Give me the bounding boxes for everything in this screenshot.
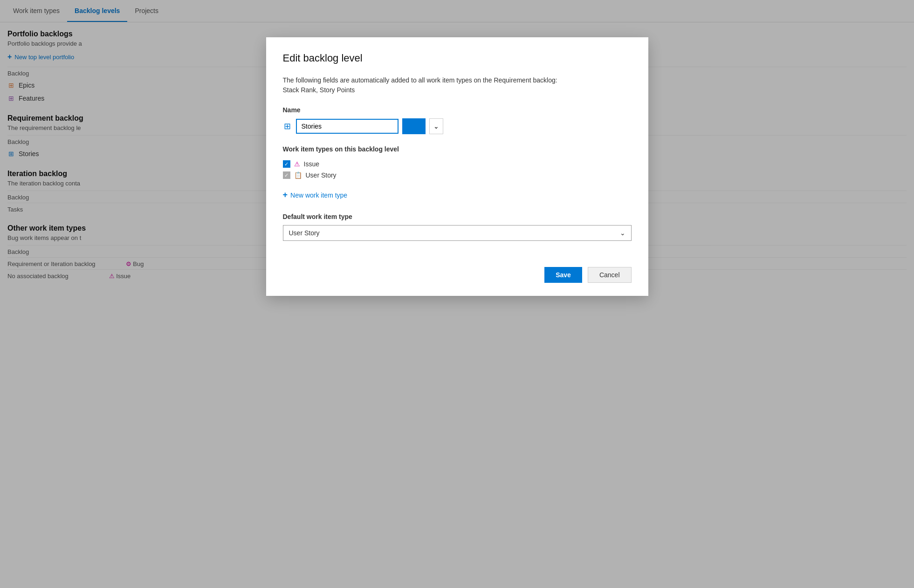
default-wit-dropdown[interactable]: User Story ⌄ — [283, 225, 632, 241]
issue-checkbox[interactable]: ✓ — [283, 160, 290, 168]
cancel-button[interactable]: Cancel — [588, 267, 632, 283]
issue-wit-icon: ⚠ — [294, 160, 300, 168]
save-button[interactable]: Save — [544, 267, 582, 283]
add-wit-link[interactable]: + New work item type — [283, 188, 632, 202]
default-wit-section: Default work item type User Story ⌄ — [283, 213, 632, 241]
name-label: Name — [283, 106, 632, 114]
color-picker-button[interactable] — [402, 118, 426, 134]
modal-title: Edit backlog level — [283, 52, 632, 64]
color-dropdown-button[interactable]: ⌄ — [429, 118, 443, 134]
add-wit-plus-icon: + — [283, 190, 288, 200]
modal-footer: Save Cancel — [283, 260, 632, 283]
wit-issue-item[interactable]: ✓ ⚠ Issue — [283, 158, 632, 170]
default-wit-label: Default work item type — [283, 213, 632, 220]
userstory-wit-label: User Story — [306, 171, 337, 179]
userstory-checkbox[interactable]: ✓ — [283, 171, 290, 179]
default-wit-value: User Story — [289, 229, 320, 237]
default-wit-chevron-icon: ⌄ — [620, 229, 625, 237]
backlog-level-icon: ⊞ — [283, 122, 292, 131]
userstory-wit-icon: 📋 — [294, 171, 302, 179]
wit-list: ✓ ⚠ Issue ✓ 📋 User Story — [283, 158, 632, 181]
issue-wit-label: Issue — [304, 160, 319, 168]
name-row: ⊞ ⌄ — [283, 118, 632, 134]
modal-overlay: Edit backlog level The following fields … — [0, 0, 914, 298]
edit-backlog-modal: Edit backlog level The following fields … — [266, 37, 648, 296]
name-input[interactable] — [296, 119, 399, 134]
modal-info: The following fields are automatically a… — [283, 75, 632, 95]
add-wit-label: New work item type — [290, 191, 347, 199]
wit-section-label: Work item types on this backlog level — [283, 145, 632, 153]
wit-userstory-item[interactable]: ✓ 📋 User Story — [283, 170, 632, 181]
